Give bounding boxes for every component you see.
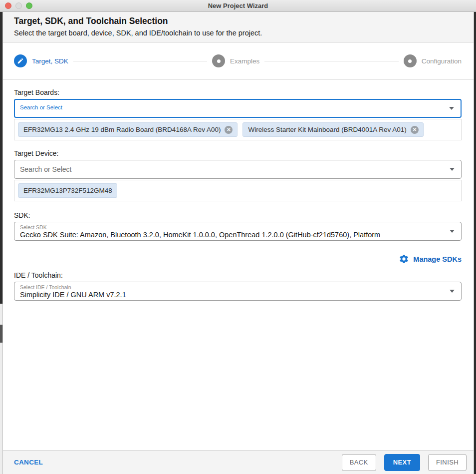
finish-button[interactable]: FINISH: [428, 454, 467, 471]
step-examples[interactable]: Examples: [212, 54, 259, 67]
target-boards-label: Target Boards:: [14, 88, 462, 96]
ide-select-caption: Select IDE / Toolchain: [20, 284, 446, 290]
chevron-down-icon[interactable]: [449, 107, 454, 110]
ide-toolchain-label: IDE / Toolchain:: [14, 271, 462, 279]
sdk-select[interactable]: Select SDK Gecko SDK Suite: Amazon, Blue…: [14, 222, 462, 241]
stepper-connector: [73, 61, 207, 61]
chevron-down-icon[interactable]: [450, 290, 455, 293]
new-project-wizard-dialog: Target, SDK, and Toolchain Selection Sel…: [2, 12, 474, 474]
target-boards-chips: EFR32MG13 2.4 GHz 19 dBm Radio Board (BR…: [14, 119, 462, 140]
step-dot-icon: [404, 54, 417, 67]
sdk-selected-value: Gecko SDK Suite: Amazon, Bluetooth 3.2.0…: [20, 231, 446, 239]
chevron-down-icon[interactable]: [450, 168, 455, 171]
target-boards-search-input[interactable]: Search or Select: [14, 99, 462, 118]
selection-chip: Wireless Starter Kit Mainboard (BRD4001A…: [242, 122, 423, 137]
selection-chip: EFR32MG13P732F512GM48: [18, 183, 117, 198]
step-label: Configuration: [422, 57, 462, 65]
search-placeholder: Search or Select: [20, 165, 72, 173]
wizard-footer: CANCEL BACK NEXT FINISH: [3, 450, 474, 474]
wizard-header: Target, SDK, and Toolchain Selection Sel…: [3, 12, 474, 42]
cancel-button[interactable]: CANCEL: [14, 459, 43, 466]
wizard-content: Target Boards: Search or Select EFR32MG1…: [3, 80, 474, 450]
ide-selected-value: Simplicity IDE / GNU ARM v7.2.1: [20, 291, 446, 299]
chip-label: Wireless Starter Kit Mainboard (BRD4001A…: [248, 126, 406, 133]
step-label: Target, SDK: [32, 57, 68, 65]
selection-chip: EFR32MG13 2.4 GHz 19 dBm Radio Board (BR…: [18, 122, 238, 137]
stepper-connector: [264, 61, 398, 61]
chip-label: EFR32MG13P732F512GM48: [23, 187, 112, 194]
page-subtitle: Select the target board, device, SDK, an…: [14, 29, 463, 37]
gear-icon[interactable]: [399, 254, 409, 264]
chip-remove-icon[interactable]: ✕: [225, 126, 233, 134]
back-button[interactable]: BACK: [342, 454, 376, 471]
ide-toolchain-select[interactable]: Select IDE / Toolchain Simplicity IDE / …: [14, 282, 462, 301]
search-placeholder: Search or Select: [20, 104, 62, 110]
sdk-label: SDK:: [14, 211, 462, 219]
step-configuration[interactable]: Configuration: [404, 54, 462, 67]
edit-icon: [14, 54, 27, 67]
page-title: Target, SDK, and Toolchain Selection: [14, 16, 463, 26]
chip-remove-icon[interactable]: ✕: [411, 126, 419, 134]
chip-label: EFR32MG13 2.4 GHz 19 dBm Radio Board (BR…: [23, 126, 221, 133]
target-device-chips: EFR32MG13P732F512GM48: [14, 180, 462, 201]
manage-sdks-link[interactable]: Manage SDKs: [413, 255, 462, 263]
window-title: New Project Wizard: [0, 2, 476, 9]
wizard-stepper: Target, SDK Examples Configuration: [3, 42, 474, 80]
chevron-down-icon[interactable]: [450, 230, 455, 233]
step-label: Examples: [230, 57, 259, 65]
step-target-sdk[interactable]: Target, SDK: [14, 54, 68, 67]
next-button[interactable]: NEXT: [384, 454, 420, 471]
step-dot-icon: [212, 54, 225, 67]
sdk-select-caption: Select SDK: [20, 224, 446, 230]
target-device-label: Target Device:: [14, 149, 462, 157]
target-device-search-input[interactable]: Search or Select: [14, 160, 462, 179]
manage-sdks-row: Manage SDKs: [14, 254, 462, 264]
window-titlebar: New Project Wizard: [0, 0, 476, 12]
